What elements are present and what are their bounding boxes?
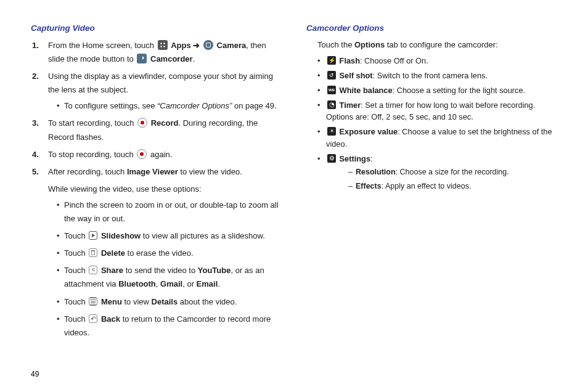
step5-line2: While viewing the video, use these optio… bbox=[48, 184, 202, 194]
sub-delete-pre: Touch bbox=[64, 248, 88, 258]
step4-text-b: again. bbox=[150, 150, 172, 159]
step4-text-a: To stop recording, touch bbox=[48, 150, 136, 159]
camcorder-label: Camcorder bbox=[150, 54, 193, 63]
delete-label: Delete bbox=[101, 248, 125, 258]
self-shot-text: : Switch to the front camera lens. bbox=[373, 71, 488, 80]
arrow-icon: ➔ bbox=[193, 41, 202, 50]
slideshow-icon bbox=[89, 231, 97, 240]
capturing-video-steps: From the Home screen, touch Apps ➔ Camer… bbox=[31, 39, 282, 340]
camcorder-icon bbox=[137, 54, 147, 63]
share-label: Share bbox=[101, 266, 123, 275]
sub-slideshow-post: to view all pictures as a slideshow. bbox=[141, 231, 265, 240]
share-icon bbox=[89, 266, 97, 274]
settings-effects: Effects: Apply an effect to videos. bbox=[348, 181, 557, 192]
record-label: Record bbox=[151, 118, 179, 128]
apps-label: Apps bbox=[171, 41, 191, 50]
camcorder-options-body: Touch the Options tab to configure the c… bbox=[306, 39, 557, 193]
resolution-text: : Choose a size for the recording. bbox=[396, 168, 509, 176]
sub-menu-post: about the video. bbox=[178, 297, 237, 306]
settings-label: Settings bbox=[340, 154, 370, 163]
camcorder-options-ref: “Camcorder Options” bbox=[157, 101, 232, 110]
opt-timer: Timer: Set a timer for how long to wait … bbox=[317, 99, 557, 124]
apps-icon bbox=[158, 40, 168, 50]
settings-sublist: Resolution: Choose a size for the record… bbox=[348, 166, 557, 193]
step2-sub-suffix: on page 49. bbox=[232, 101, 276, 110]
menu-label: Menu bbox=[101, 297, 122, 306]
sub-back: Touch Back to return to the Camcorder to… bbox=[57, 312, 282, 340]
email-label: Email bbox=[197, 279, 218, 288]
sub-delete: Touch Delete to erase the video. bbox=[57, 247, 282, 260]
opt-exposure: Exposure value: Choose a value to set th… bbox=[317, 126, 557, 150]
sub-pinch: Pinch the screen to zoom in or out, or d… bbox=[57, 198, 282, 226]
gmail-label: Gmail bbox=[160, 279, 182, 288]
flash-icon bbox=[327, 56, 336, 65]
opt-flash: Flash: Choose Off or On. bbox=[317, 55, 557, 67]
settings-icon bbox=[327, 154, 336, 163]
image-viewer-label: Image Viewer bbox=[127, 167, 178, 176]
youtube-label: YouTube bbox=[198, 266, 231, 275]
step-5: After recording, touch Image Viewer to v… bbox=[48, 165, 282, 340]
delete-icon bbox=[89, 248, 97, 257]
bluetooth-label: Bluetooth bbox=[118, 279, 156, 288]
step1-text-end: . bbox=[193, 54, 195, 63]
intro-b: tab to configure the camcorder: bbox=[385, 40, 498, 49]
effects-label: Effects bbox=[356, 182, 382, 190]
record-icon bbox=[137, 118, 147, 128]
exposure-icon bbox=[327, 127, 336, 136]
camcorder-options-heading: Camcorder Options bbox=[306, 23, 557, 33]
settings-text: : bbox=[370, 154, 373, 163]
details-label: Details bbox=[152, 297, 178, 306]
manual-page: Capturing Video From the Home screen, to… bbox=[0, 0, 588, 392]
sub-pinch-text: Pinch the screen to zoom in or out, or d… bbox=[64, 200, 279, 223]
resolution-label: Resolution bbox=[356, 168, 396, 176]
step5-text-b: to view the video. bbox=[178, 167, 242, 176]
effects-text: : Apply an effect to videos. bbox=[382, 182, 472, 190]
step-1: From the Home screen, touch Apps ➔ Camer… bbox=[48, 39, 282, 66]
step1-text-a: From the Home screen, touch bbox=[48, 41, 157, 50]
step2-sublist: To configure settings, see “Camcorder Op… bbox=[48, 99, 282, 113]
sub-delete-post: to erase the video. bbox=[125, 248, 194, 258]
capturing-video-heading: Capturing Video bbox=[31, 23, 282, 33]
menu-icon bbox=[89, 297, 97, 306]
step3-text-a: To start recording, touch bbox=[48, 118, 136, 128]
camera-label: Camera bbox=[217, 41, 247, 50]
opt-white-balance: White balance: Choose a setting for the … bbox=[317, 84, 557, 97]
sub-share-mid: to send the video to bbox=[123, 266, 198, 275]
step5-sublist: Pinch the screen to zoom in or out, or d… bbox=[48, 198, 282, 340]
record-icon bbox=[137, 149, 147, 159]
white-balance-icon bbox=[327, 86, 336, 94]
timer-icon bbox=[327, 100, 336, 109]
white-balance-label: White balance bbox=[340, 86, 393, 95]
sub-slideshow: Touch Slideshow to view all pictures as … bbox=[57, 229, 282, 243]
camera-icon bbox=[203, 40, 213, 50]
sub-slideshow-pre: Touch bbox=[64, 231, 88, 240]
sub-menu-pre: Touch bbox=[64, 297, 88, 306]
opt-settings: Settings: Resolution: Choose a size for … bbox=[317, 153, 557, 193]
self-shot-icon bbox=[327, 71, 336, 80]
right-column: Camcorder Options Touch the Options tab … bbox=[306, 23, 557, 380]
flash-text: : Choose Off or On. bbox=[360, 56, 428, 65]
self-shot-label: Self shot bbox=[340, 71, 373, 80]
intro-a: Touch the bbox=[317, 40, 354, 49]
settings-resolution: Resolution: Choose a size for the record… bbox=[348, 166, 557, 178]
step-2: Using the display as a viewfinder, compo… bbox=[48, 70, 282, 113]
options-label: Options bbox=[354, 40, 385, 49]
white-balance-text: : Choose a setting for the light source. bbox=[393, 86, 526, 95]
sub-share: Touch Share to send the video to YouTube… bbox=[57, 264, 282, 291]
camcorder-options-list: Flash: Choose Off or On. Self shot: Swit… bbox=[317, 55, 557, 192]
sub-menu-mid: to view bbox=[122, 297, 152, 306]
page-number: 49 bbox=[31, 370, 39, 378]
back-label: Back bbox=[101, 314, 120, 324]
timer-label: Timer bbox=[340, 100, 361, 110]
opt-self-shot: Self shot: Switch to the front camera le… bbox=[317, 70, 557, 82]
back-icon bbox=[89, 314, 97, 323]
slideshow-label: Slideshow bbox=[101, 231, 141, 240]
step5-text-a: After recording, touch bbox=[48, 167, 127, 176]
step-3: To start recording, touch Record. During… bbox=[48, 116, 282, 144]
left-column: Capturing Video From the Home screen, to… bbox=[31, 23, 282, 380]
step2-text: Using the display as a viewfinder, compo… bbox=[48, 71, 273, 94]
flash-label: Flash bbox=[340, 56, 360, 65]
sub-share-pre: Touch bbox=[64, 266, 88, 275]
step2-sub-prefix: To configure settings, see bbox=[64, 101, 157, 110]
sub-menu: Touch Menu to view Details about the vid… bbox=[57, 295, 282, 309]
